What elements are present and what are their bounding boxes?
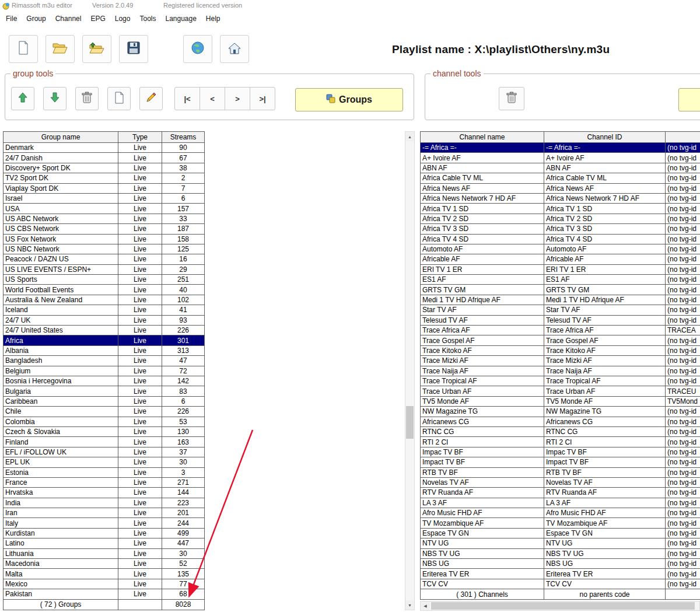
cell[interactable]: Impac TV BF (421, 447, 544, 457)
table-row[interactable]: ColombiaLive53 (4, 417, 205, 426)
cell[interactable]: NBS UG (544, 559, 666, 569)
table-row[interactable]: LatinoLive447 (4, 538, 205, 548)
cell[interactable]: (no tvg-id (666, 498, 700, 508)
cell[interactable]: Live (118, 275, 162, 285)
table-row[interactable]: PakistanLive68 (4, 589, 205, 599)
cell[interactable]: Peacock / DAZN US (4, 254, 118, 264)
table-row[interactable]: Trace Urban AFTrace Urban AFTRACEU (421, 386, 700, 396)
cell[interactable]: (no tvg-id (666, 315, 700, 325)
cell[interactable]: (no tvg-id (666, 345, 700, 355)
table-row[interactable]: MexicoLive77 (4, 579, 205, 589)
cell[interactable]: Czech & Slovakia (4, 426, 118, 436)
table-row[interactable]: TV5 Monde AFTV5 Monde AFTV5Mond (421, 396, 700, 406)
table-row[interactable]: Medi 1 TV HD Afrique AFMedi 1 TV HD Afri… (421, 295, 700, 305)
menu-language[interactable]: Language (160, 13, 201, 24)
cell[interactable]: 7 (162, 183, 205, 193)
cell[interactable]: -= Africa =- (421, 143, 544, 153)
cell[interactable]: 41 (162, 305, 205, 315)
table-row[interactable]: CaribbeanLive6 (4, 396, 205, 406)
cell[interactable]: Live (118, 335, 162, 345)
new-group-button[interactable] (107, 87, 131, 110)
cell[interactable]: Bangladesh (4, 356, 118, 366)
table-row[interactable]: NTV UGNTV UG(no tvg-id (421, 538, 700, 548)
cell[interactable]: TV5Mond (666, 396, 700, 406)
cell[interactable]: EPL UK (4, 457, 118, 467)
cell[interactable]: (no tvg-id (666, 183, 700, 193)
cell[interactable]: Novelas TV AF (421, 477, 544, 487)
cell[interactable]: Africa TV 3 SD (421, 224, 544, 234)
cell[interactable]: US ABC Network (4, 214, 118, 223)
cell[interactable]: LA 3 AF (421, 498, 544, 508)
groups-vertical-scrollbar[interactable]: ▲ ▼ (405, 131, 415, 610)
cell[interactable]: RTNC CG (421, 426, 544, 436)
cell[interactable]: (no tvg-id (666, 559, 700, 569)
table-row[interactable]: BangladeshLive47 (4, 356, 205, 366)
cell[interactable]: Albania (4, 345, 118, 355)
table-row[interactable]: LA 3 AFLA 3 AF(no tvg-id (421, 498, 700, 508)
cell[interactable]: Star TV AF (421, 305, 544, 315)
cell[interactable]: ABN AF (421, 163, 544, 173)
cell[interactable]: (no tvg-id (666, 244, 700, 254)
cell[interactable]: Impac TV BF (544, 447, 666, 457)
table-row[interactable]: Africa TV 3 SDAfrica TV 3 SD(no tvg-id (421, 224, 700, 234)
cell[interactable]: TV Mozambique AF (544, 518, 666, 528)
cell[interactable]: Kurdistan (4, 528, 118, 538)
cell[interactable]: 2 (162, 173, 205, 183)
cell[interactable]: Africa Cable TV ML (544, 173, 666, 183)
cell[interactable]: 83 (162, 386, 205, 396)
cell[interactable]: 93 (162, 315, 205, 325)
table-row[interactable]: Novelas TV AFNovelas TV AF(no tvg-id (421, 477, 700, 487)
cell[interactable]: ES1 AF (544, 275, 666, 285)
cell[interactable]: Africa TV 4 SD (544, 234, 666, 244)
cell[interactable]: (no tvg-id (666, 548, 700, 558)
table-row[interactable]: TV Mozambique AFTV Mozambique AF(no tvg-… (421, 518, 700, 528)
cell[interactable]: 30 (162, 457, 205, 467)
table-row[interactable]: EFL / iFOLLOW UKLive37 (4, 447, 205, 457)
scroll-left-button[interactable]: ◀ (421, 601, 430, 610)
cell[interactable]: (no tvg-id (666, 528, 700, 538)
cell[interactable]: 6 (162, 396, 205, 406)
cell[interactable]: Africanews CG (421, 417, 544, 426)
cell[interactable]: (no tvg-id (666, 467, 700, 477)
cell[interactable]: NW Magazine TG (421, 407, 544, 417)
cell[interactable]: (no tvg-id (666, 295, 700, 305)
cell[interactable]: Africanews CG (544, 417, 666, 426)
table-row[interactable]: Czech & SlovakiaLive130 (4, 426, 205, 436)
cell[interactable]: 144 (162, 488, 205, 498)
cell[interactable]: World Football Events (4, 285, 118, 295)
table-row[interactable]: NBS TV UGNBS TV UG(no tvg-id (421, 548, 700, 558)
menu-channel[interactable]: Channel (51, 13, 86, 24)
cell[interactable]: LA 3 AF (544, 498, 666, 508)
cell[interactable]: Bulgaria (4, 386, 118, 396)
table-row[interactable]: ItalyLive244 (4, 518, 205, 528)
cell[interactable]: Trace Africa AF (421, 326, 544, 335)
cell[interactable]: 53 (162, 417, 205, 426)
cell[interactable]: 3 (162, 467, 205, 477)
cell[interactable]: Israel (4, 193, 118, 203)
menu-group[interactable]: Group (22, 13, 50, 24)
cell[interactable]: 33 (162, 214, 205, 223)
table-row[interactable]: RTV Ruanda AFRTV Ruanda AF(no tvg-id (421, 488, 700, 498)
cell[interactable]: Estonia (4, 467, 118, 477)
cell[interactable]: 499 (162, 528, 205, 538)
cell[interactable]: (no tvg-id (666, 477, 700, 487)
cell[interactable]: Live (118, 589, 162, 599)
cell[interactable]: Africa (4, 335, 118, 345)
table-row[interactable]: US LIVE EVENTS / ESPN+Live29 (4, 264, 205, 274)
cell[interactable]: Africa News AF (544, 183, 666, 193)
cell[interactable]: Africable AF (421, 254, 544, 264)
cell[interactable]: ERI TV 1 ER (421, 264, 544, 274)
cell[interactable]: Live (118, 477, 162, 487)
cell[interactable]: Macedonia (4, 559, 118, 569)
menu-file[interactable]: File (1, 13, 22, 24)
cell[interactable]: RTNC CG (544, 426, 666, 436)
cell[interactable]: Trace Naija AF (421, 366, 544, 376)
nav-next-button[interactable]: > (225, 87, 250, 110)
table-row[interactable]: NW Magazine TGNW Magazine TG(no tvg-id (421, 407, 700, 417)
cell[interactable]: Australia & New Zealand (4, 295, 118, 305)
table-row[interactable]: MaltaLive135 (4, 569, 205, 579)
channels-horizontal-scrollbar[interactable]: ◀ (420, 601, 700, 611)
cell[interactable]: Live (118, 224, 162, 234)
cell[interactable]: NTV UG (421, 538, 544, 548)
table-row[interactable]: FinlandLive163 (4, 437, 205, 447)
